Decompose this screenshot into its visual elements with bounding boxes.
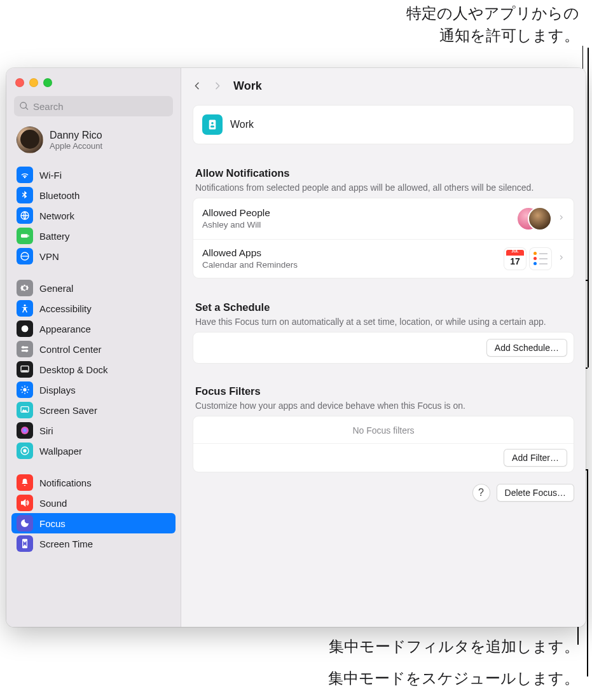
sidebar-item-label: Notifications [39, 477, 92, 488]
svg-rect-1 [21, 234, 28, 237]
sidebar-item-sound[interactable]: Sound [11, 493, 176, 513]
dock-icon [17, 361, 33, 378]
sidebar-item-label: Control Center [39, 344, 102, 355]
sidebar-item-label: Network [39, 210, 74, 221]
sidebar-item-notifications[interactable]: Notifications [11, 472, 176, 493]
callout-top: 特定の人やアプリからの 通知を許可します。 [406, 3, 579, 47]
allow-notifications-card: Allowed People Ashley and Will Allowed A… [193, 198, 574, 278]
allowed-apps-title: Allowed Apps [202, 247, 496, 259]
sidebar-item-label: Appearance [39, 324, 91, 334]
wall-icon [17, 443, 33, 459]
sidebar-item-label: Accessibility [39, 303, 92, 314]
nav-back-button[interactable] [188, 77, 207, 95]
search-icon [19, 101, 29, 111]
sidebar-item-desktop-dock[interactable]: Desktop & Dock [11, 359, 176, 380]
bt-icon [17, 187, 33, 203]
chevron-left-icon [192, 81, 202, 91]
sidebar-item-general[interactable]: General [11, 278, 176, 298]
allowed-apps-row[interactable]: Allowed Apps Calendar and Reminders JUL … [193, 239, 574, 278]
snd-icon [17, 495, 33, 511]
focus-name-label: Work [230, 119, 254, 130]
svg-point-12 [23, 388, 26, 391]
sidebar-item-label: Desktop & Dock [39, 364, 108, 375]
allowed-people-row[interactable]: Allowed People Ashley and Will [193, 198, 574, 239]
badge-icon [202, 114, 223, 135]
main-panel: Work Work Allow Notifications Notificati… [181, 68, 586, 627]
sidebar-item-vpn[interactable]: VPN [11, 246, 176, 266]
allowed-people-sub: Ashley and Will [202, 220, 510, 230]
sidebar-item-label: Battery [39, 231, 70, 242]
svg-rect-11 [22, 370, 27, 371]
focus-name-card[interactable]: Work [193, 105, 574, 144]
no-filters-label: No Focus filters [193, 416, 574, 443]
cc-icon [17, 341, 33, 357]
svg-rect-18 [209, 120, 216, 130]
search-placeholder: Search [33, 101, 64, 112]
delete-focus-button[interactable]: Delete Focus… [497, 484, 574, 502]
reminders-icon [529, 247, 552, 270]
bat-icon [17, 228, 33, 244]
close-window-button[interactable] [15, 78, 24, 87]
sidebar-item-focus[interactable]: Focus [11, 513, 176, 533]
svg-point-8 [22, 346, 24, 348]
svg-rect-2 [28, 235, 29, 237]
account-name: Danny Rico [50, 130, 102, 141]
maximize-window-button[interactable] [43, 78, 52, 87]
sidebar-item-wallpaper[interactable]: Wallpaper [11, 441, 176, 461]
sidebar-item-bluetooth[interactable]: Bluetooth [11, 185, 176, 205]
focus-icon [17, 515, 33, 532]
sidebar-item-label: Wallpaper [39, 446, 82, 456]
callout-bottom-1: 集中モードフィルタを追加します。 [329, 636, 579, 658]
allowed-apps-sub: Calendar and Reminders [202, 260, 496, 270]
help-button[interactable]: ? [472, 484, 490, 502]
search-input[interactable]: Search [14, 96, 173, 116]
sidebar-item-label: Focus [39, 518, 65, 529]
schedule-heading: Set a Schedule [195, 301, 572, 313]
svg-point-16 [23, 449, 26, 452]
callout-bottom-2: 集中モードをスケジュールします。 [328, 668, 579, 690]
allowed-people-title: Allowed People [202, 207, 510, 219]
app-icons: JUL 17 [504, 247, 552, 270]
sidebar-item-label: Siri [39, 425, 53, 436]
user-avatar-icon [17, 127, 43, 153]
svg-point-19 [211, 122, 214, 125]
svg-rect-20 [210, 126, 214, 128]
sidebar-item-screen-time[interactable]: Screen Time [11, 533, 176, 554]
main-header: Work [181, 68, 586, 101]
svg-point-9 [25, 350, 28, 352]
schedule-sub: Have this Focus turn on automatically at… [195, 316, 572, 328]
sidebar-item-displays[interactable]: Displays [11, 380, 176, 400]
sidebar-item-network[interactable]: Network [11, 205, 176, 226]
sidebar-item-appearance[interactable]: Appearance [11, 319, 176, 339]
filters-card: No Focus filters Add Filter… [193, 416, 574, 472]
account-header[interactable]: Danny Rico Apple Account [6, 123, 181, 162]
chevron-right-icon [212, 81, 223, 91]
sidebar-item-label: Screen Time [39, 539, 93, 549]
disp-icon [17, 381, 33, 398]
nav-forward-button[interactable] [208, 77, 227, 95]
sidebar-item-control-center[interactable]: Control Center [11, 339, 176, 359]
chevron-right-icon [558, 212, 565, 225]
schedule-card: Add Schedule… [193, 332, 574, 364]
bell-icon [17, 474, 33, 491]
page-title: Work [233, 79, 262, 93]
sidebar-item-label: General [39, 283, 73, 294]
add-schedule-button[interactable]: Add Schedule… [486, 339, 567, 357]
allow-sub: Notifications from selected people and a… [195, 182, 572, 194]
appe-icon [17, 320, 33, 337]
filters-sub: Customize how your apps and device behav… [195, 400, 572, 412]
traffic-lights [6, 73, 181, 93]
sidebar-item-accessibility[interactable]: Accessibility [11, 298, 176, 319]
minimize-window-button[interactable] [29, 78, 38, 87]
sidebar-item-label: Displays [39, 385, 76, 395]
sidebar-item-wi-fi[interactable]: Wi-Fi [11, 165, 176, 185]
sidebar-list: Wi-FiBluetoothNetworkBatteryVPNGeneralAc… [6, 162, 181, 570]
siri-icon [17, 422, 33, 439]
sidebar-item-screen-saver[interactable]: Screen Saver [11, 400, 176, 420]
add-filter-button[interactable]: Add Filter… [504, 449, 567, 467]
sidebar: Search Danny Rico Apple Account Wi-FiBlu… [6, 68, 181, 627]
sidebar-item-siri[interactable]: Siri [11, 420, 176, 441]
sidebar-item-battery[interactable]: Battery [11, 226, 176, 246]
filters-heading: Focus Filters [195, 385, 572, 397]
settings-window: Search Danny Rico Apple Account Wi-FiBlu… [6, 68, 586, 627]
